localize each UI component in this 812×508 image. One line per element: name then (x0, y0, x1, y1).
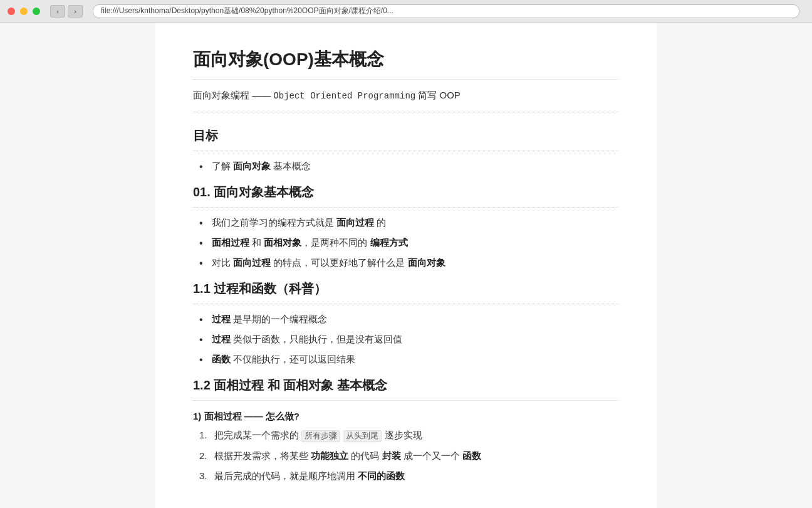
highlight-fromto: 从头到尾 (343, 430, 382, 442)
emphasis-gongnengduli: 功能独立 (311, 450, 348, 461)
emphasis-mianxiangguocheng: 面向过程 (336, 217, 374, 228)
emphasis-fengzhuang: 封装 (382, 450, 401, 461)
numbered-list-12-1: 1. 把完成某一个需求的 所有步骤 从头到尾 逐步实现 2. 根据开发需求，将某… (193, 428, 619, 484)
list-item: 了解 面向对象 基本概念 (199, 159, 619, 174)
list-item: 对比 面向过程 的特点，可以更好地了解什么是 面向对象 (199, 255, 619, 270)
list-number: 2. (199, 448, 207, 463)
list-mu-biao: 了解 面向对象 基本概念 (193, 159, 619, 174)
maximize-button[interactable] (33, 8, 40, 15)
list-item: 我们之前学习的编程方式就是 面向过程 的 (199, 215, 619, 230)
emphasis-mxgc: 面相过程 (212, 237, 249, 248)
list-number: 3. (199, 468, 207, 484)
close-button[interactable] (8, 8, 15, 15)
minimize-button[interactable] (20, 8, 28, 15)
emphasis-hanshu2: 函数 (462, 450, 481, 461)
emphasis-mxdx2: 面向对象 (408, 257, 445, 268)
intro-suffix1: 简写 (418, 90, 437, 100)
address-bar[interactable]: file:///Users/knthoma/Desktop/python基础/0… (93, 4, 799, 18)
intro-line: 面向对象编程 —— Object Oriented Programming 简写… (193, 90, 619, 112)
list-item: 2. 根据开发需求，将某些 功能独立 的代码 封装 成一个又一个 函数 (199, 448, 619, 463)
emphasis-mxgc2: 面向过程 (233, 257, 271, 268)
emphasis-mxgc-sub: 面相过程 (204, 411, 242, 421)
emphasis-butong-hanshu: 不同的函数 (358, 470, 405, 481)
main-title: 面向对象(OOP)基本概念 (193, 48, 619, 80)
section-01: 01. 面向对象基本概念 (193, 184, 619, 208)
page-content: 面向对象(OOP)基本概念 面向对象编程 —— Object Oriented … (155, 23, 657, 508)
address-text: file:///Users/knthoma/Desktop/python基础/0… (101, 6, 393, 16)
intro-code: Object Oriented Programming (273, 91, 415, 101)
nav-buttons: ‹ › (50, 5, 83, 18)
emphasis-text: 面向对象 (233, 161, 271, 171)
emphasis-hanshu: 函数 (212, 354, 231, 364)
list-item: 过程 是早期的一个编程概念 (199, 312, 619, 327)
subsection-12-1: 1) 面相过程 —— 怎么做? (193, 411, 619, 423)
emphasis-bcfs: 编程方式 (370, 237, 408, 248)
section-mu-biao: 目标 (193, 127, 619, 151)
forward-button[interactable]: › (68, 5, 83, 18)
list-item: 3. 最后完成的代码，就是顺序地调用 不同的函数 (199, 468, 619, 484)
emphasis-mxdx: 面相对象 (264, 237, 301, 248)
list-01: 我们之前学习的编程方式就是 面向过程 的 面相过程 和 面相对象，是两种不同的 … (193, 215, 619, 270)
list-item: 过程 类似于函数，只能执行，但是没有返回值 (199, 332, 619, 347)
intro-prefix: 面向对象编程 —— (193, 90, 271, 100)
emphasis-guocheng2: 过程 (212, 334, 231, 344)
highlight-all-steps: 所有步骤 (301, 430, 340, 442)
list-item: 函数 不仅能执行，还可以返回结果 (199, 352, 619, 367)
intro-suffix2: OOP (440, 90, 461, 100)
emphasis-guocheng: 过程 (212, 314, 231, 324)
list-11: 过程 是早期的一个编程概念 过程 类似于函数，只能执行，但是没有返回值 函数 不… (193, 312, 619, 367)
section-11: 1.1 过程和函数（科普） (193, 280, 619, 304)
list-item: 面相过程 和 面相对象，是两种不同的 编程方式 (199, 235, 619, 250)
list-item: 1. 把完成某一个需求的 所有步骤 从头到尾 逐步实现 (199, 428, 619, 443)
list-number: 1. (199, 428, 207, 443)
back-button[interactable]: ‹ (50, 5, 65, 18)
browser-chrome: ‹ › file:///Users/knthoma/Desktop/python… (0, 0, 812, 23)
section-12: 1.2 面相过程 和 面相对象 基本概念 (193, 377, 619, 401)
